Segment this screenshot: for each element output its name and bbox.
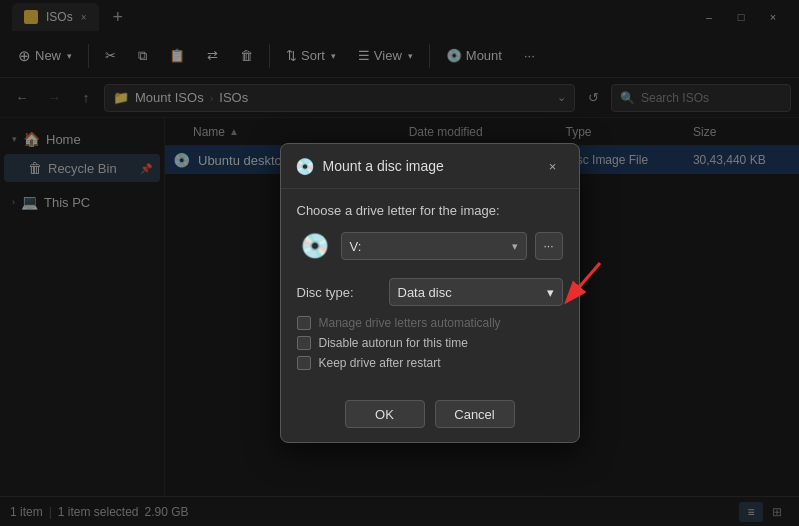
checkbox-auto-letters[interactable] [297, 316, 311, 330]
checkbox-keep-drive[interactable] [297, 356, 311, 370]
drive-icon: 💿 [297, 228, 333, 264]
checkbox-row-2: Disable autorun for this time [297, 336, 563, 350]
drive-value: V: [350, 239, 362, 254]
dialog-body: Choose a drive letter for the image: 💿 V… [281, 189, 579, 390]
checkbox-auto-letters-label: Manage drive letters automatically [319, 316, 501, 330]
drive-select[interactable]: V: ▾ [341, 232, 527, 260]
dialog-cancel-button[interactable]: Cancel [435, 400, 515, 428]
disc-type-row: Disc type: Data disc ▾ [297, 278, 563, 306]
mount-dialog: 💿 Mount a disc image × Choose a drive le… [280, 143, 580, 443]
dialog-close-button[interactable]: × [541, 154, 565, 178]
checkbox-disable-autorun[interactable] [297, 336, 311, 350]
dialog-drive-row: 💿 V: ▾ ··· [297, 228, 563, 264]
disc-type-chevron: ▾ [547, 285, 554, 300]
disc-type-select[interactable]: Data disc ▾ [389, 278, 563, 306]
checkbox-disable-autorun-label: Disable autorun for this time [319, 336, 468, 350]
dialog-ok-button[interactable]: OK [345, 400, 425, 428]
checkbox-row-1: Manage drive letters automatically [297, 316, 563, 330]
drive-browse-button[interactable]: ··· [535, 232, 563, 260]
disc-type-value: Data disc [398, 285, 452, 300]
dialog-title-text: Mount a disc image [323, 158, 533, 174]
dialog-overlay: 💿 Mount a disc image × Choose a drive le… [0, 0, 799, 526]
dialog-title-bar: 💿 Mount a disc image × [281, 144, 579, 189]
checkbox-row-3: Keep drive after restart [297, 356, 563, 370]
checkbox-keep-drive-label: Keep drive after restart [319, 356, 441, 370]
dialog-title-icon: 💿 [295, 157, 315, 176]
drive-select-chevron: ▾ [512, 240, 518, 253]
dialog-label: Choose a drive letter for the image: [297, 203, 563, 218]
disc-type-label: Disc type: [297, 285, 377, 300]
dialog-footer: OK Cancel [281, 390, 579, 442]
